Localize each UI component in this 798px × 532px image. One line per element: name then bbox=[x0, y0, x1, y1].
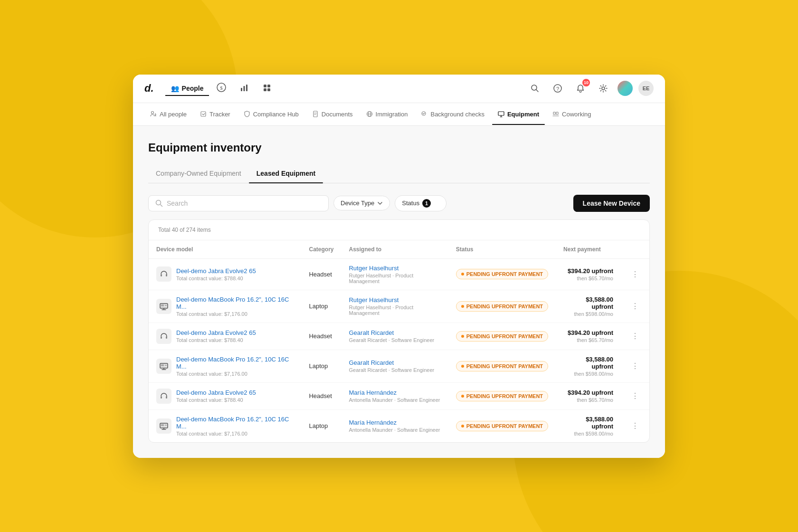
help-button[interactable]: ? bbox=[549, 80, 566, 97]
subnav-all-people[interactable]: All people bbox=[144, 108, 192, 121]
tab-company-owned[interactable]: Company-Owned Equipment bbox=[148, 166, 249, 183]
user-initials-avatar[interactable]: EE bbox=[638, 81, 654, 96]
equipment-icon bbox=[498, 111, 504, 117]
payment-cell: $394.20 upfront then $65.70/mo bbox=[556, 258, 621, 290]
device-contract: Total contract value: $788.40 bbox=[176, 276, 256, 281]
assigned-to-cell: María Hernández Antonella Maunder · Soft… bbox=[341, 409, 448, 442]
subnav-equipment-label: Equipment bbox=[507, 111, 539, 118]
more-options-button[interactable]: ⋮ bbox=[628, 390, 642, 403]
subnav-documents-label: Documents bbox=[322, 111, 353, 118]
svg-rect-3 bbox=[244, 86, 245, 91]
notifications-button[interactable]: 10 bbox=[572, 80, 589, 97]
status-cell: PENDING UPFRONT PAYMENT bbox=[448, 382, 556, 409]
nav-items: 👥 People $ bbox=[165, 79, 526, 98]
subnav-tracker[interactable]: Tracker bbox=[194, 108, 236, 121]
assigned-name[interactable]: Gearalt Ricardet bbox=[349, 359, 440, 366]
category-cell: Headset bbox=[301, 258, 341, 290]
category-cell: Laptop bbox=[301, 409, 341, 442]
status-cell: PENDING UPFRONT PAYMENT bbox=[448, 290, 556, 323]
device-contract: Total contract value: $788.40 bbox=[176, 397, 256, 403]
actions-cell: ⋮ bbox=[621, 290, 649, 323]
assigned-to-cell: Rutger Haselhurst Rutger Haselhurst · Pr… bbox=[341, 258, 448, 290]
search-button[interactable] bbox=[526, 80, 543, 97]
chevron-down-icon bbox=[377, 200, 383, 206]
device-name[interactable]: Deel-demo MacBook Pro 16.2", 10C 16C M..… bbox=[176, 296, 294, 310]
assigned-name[interactable]: Gearalt Ricardet bbox=[349, 329, 440, 336]
nav-item-people[interactable]: 👥 People bbox=[165, 81, 209, 96]
svg-rect-20 bbox=[553, 112, 555, 114]
device-model-cell: Deel-demo MacBook Pro 16.2", 10C 16C M..… bbox=[149, 290, 301, 323]
status-dot bbox=[461, 395, 464, 398]
col-next-payment: Next payment bbox=[556, 240, 621, 259]
actions-cell: ⋮ bbox=[621, 382, 649, 409]
subnav-documents[interactable]: Documents bbox=[306, 108, 359, 121]
people-icon: 👥 bbox=[171, 85, 179, 92]
more-options-button[interactable]: ⋮ bbox=[628, 360, 642, 373]
headset-icon bbox=[156, 389, 171, 404]
device-name[interactable]: Deel-demo MacBook Pro 16.2", 10C 16C M..… bbox=[176, 356, 294, 370]
category-cell: Headset bbox=[301, 382, 341, 409]
assigned-to-cell: Gearalt Ricardet Gearalt Ricardet · Soft… bbox=[341, 350, 448, 382]
payment-monthly: then $65.70/mo bbox=[563, 337, 613, 343]
notification-badge: 10 bbox=[582, 79, 590, 86]
nav-item-analytics[interactable] bbox=[234, 79, 255, 98]
col-category: Category bbox=[301, 240, 341, 259]
tab-leased[interactable]: Leased Equipment bbox=[249, 166, 323, 183]
more-options-button[interactable]: ⋮ bbox=[628, 330, 642, 343]
more-options-button[interactable]: ⋮ bbox=[628, 267, 642, 281]
table-row: Deel-demo MacBook Pro 16.2", 10C 16C M..… bbox=[149, 290, 649, 323]
subnav-all-people-label: All people bbox=[160, 111, 187, 118]
assigned-name[interactable]: Rutger Haselhurst bbox=[349, 265, 440, 272]
assigned-name[interactable]: María Hernández bbox=[349, 389, 440, 396]
page-title: Equipment inventory bbox=[148, 141, 650, 154]
assigned-to-cell: Gearalt Ricardet Gearalt Ricardet · Soft… bbox=[341, 323, 448, 350]
device-contract: Total contract value: $7,176.00 bbox=[176, 431, 294, 437]
payment-upfront: $394.20 upfront bbox=[563, 329, 613, 336]
status-badge: PENDING UPFRONT PAYMENT bbox=[456, 391, 548, 401]
sub-nav: All people Tracker Compliance Hub Docume… bbox=[133, 103, 665, 126]
search-input[interactable] bbox=[167, 200, 322, 207]
device-name[interactable]: Deel-demo Jabra Evolve2 65 bbox=[176, 329, 256, 336]
assigned-sub: Rutger Haselhurst · Product Management bbox=[349, 304, 440, 316]
svg-rect-29 bbox=[166, 336, 167, 339]
user-avatar[interactable] bbox=[618, 81, 633, 96]
device-type-filter[interactable]: Device Type bbox=[333, 196, 390, 210]
status-filter[interactable]: Status 1 bbox=[395, 195, 446, 211]
device-name[interactable]: Deel-demo Jabra Evolve2 65 bbox=[176, 267, 256, 275]
device-name[interactable]: Deel-demo Jabra Evolve2 65 bbox=[176, 389, 256, 396]
settings-button[interactable] bbox=[595, 80, 612, 97]
app-logo: d. bbox=[144, 82, 154, 95]
svg-rect-7 bbox=[264, 88, 266, 91]
svg-rect-33 bbox=[161, 396, 162, 399]
more-options-button[interactable]: ⋮ bbox=[628, 300, 642, 313]
svg-rect-5 bbox=[264, 85, 266, 87]
assigned-to-cell: María Hernández Antonella Maunder · Soft… bbox=[341, 382, 448, 409]
assigned-name[interactable]: María Hernández bbox=[349, 419, 440, 426]
status-badge: PENDING UPFRONT PAYMENT bbox=[456, 269, 548, 279]
more-options-button[interactable]: ⋮ bbox=[628, 419, 642, 433]
lease-new-device-button[interactable]: Lease New Device bbox=[573, 195, 650, 212]
laptop-icon bbox=[156, 359, 171, 374]
subnav-compliance[interactable]: Compliance Hub bbox=[238, 108, 304, 121]
laptop-icon bbox=[156, 418, 171, 434]
device-name[interactable]: Deel-demo MacBook Pro 16.2", 10C 16C M..… bbox=[176, 416, 294, 430]
assigned-name[interactable]: Rutger Haselhurst bbox=[349, 296, 440, 304]
svg-rect-6 bbox=[267, 85, 270, 87]
svg-rect-32 bbox=[165, 365, 167, 366]
nav-item-apps[interactable] bbox=[256, 79, 277, 98]
assigned-sub: Gearalt Ricardet · Software Engineer bbox=[349, 337, 440, 343]
grid-icon bbox=[262, 83, 272, 94]
subnav-immigration[interactable]: Immigration bbox=[361, 108, 414, 121]
svg-rect-36 bbox=[161, 424, 164, 426]
dollar-icon: $ bbox=[217, 83, 226, 95]
assigned-sub: Antonella Maunder · Software Engineer bbox=[349, 397, 440, 403]
device-model-cell: Deel-demo Jabra Evolve2 65 Total contrac… bbox=[149, 323, 301, 350]
equipment-table: Device model Category Assigned to Status… bbox=[149, 240, 649, 442]
subnav-background[interactable]: Background checks bbox=[415, 108, 490, 121]
nav-item-people-label: People bbox=[182, 85, 204, 92]
table-row: Deel-demo MacBook Pro 16.2", 10C 16C M..… bbox=[149, 409, 649, 442]
nav-item-payroll[interactable]: $ bbox=[211, 79, 232, 98]
subnav-coworking[interactable]: Coworking bbox=[547, 108, 597, 121]
status-dot bbox=[461, 305, 464, 308]
subnav-equipment[interactable]: Equipment bbox=[492, 108, 545, 121]
